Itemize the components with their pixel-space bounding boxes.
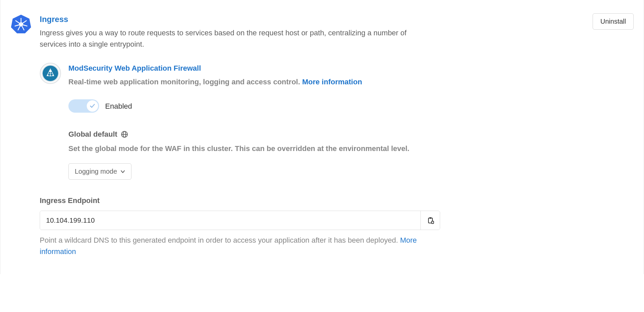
global-default-description: Set the global mode for the WAF in this … (68, 143, 585, 154)
ingress-endpoint-help-text: Point a wildcard DNS to this generated e… (40, 236, 400, 244)
ingress-endpoint-label: Ingress Endpoint (40, 195, 585, 206)
toggle-knob (87, 100, 98, 112)
ingress-panel: Ingress Ingress gives you a way to route… (0, 0, 644, 274)
modsecurity-section: ModSecurity Web Application Firewall Rea… (40, 63, 585, 180)
svg-point-10 (49, 70, 52, 72)
modsecurity-title-link[interactable]: ModSecurity Web Application Firewall (68, 63, 201, 74)
global-default-label: Global default (68, 129, 117, 140)
ingress-endpoint-input-row (40, 211, 440, 230)
check-icon (89, 103, 96, 109)
ingress-description: Ingress gives you a way to route request… (40, 27, 417, 50)
ingress-endpoint-section: Ingress Endpoint Point a wildcard DNS to… (40, 195, 585, 257)
svg-rect-21 (431, 221, 433, 224)
modsecurity-enabled-toggle[interactable] (68, 99, 99, 113)
chevron-down-icon (120, 169, 125, 174)
kubernetes-icon (10, 13, 32, 37)
global-default-row: Global default (68, 129, 585, 140)
modsecurity-toggle-row: Enabled (68, 99, 585, 113)
waf-mode-dropdown[interactable]: Logging mode (68, 163, 131, 180)
modsecurity-icon (40, 63, 61, 84)
svg-point-14 (52, 75, 53, 76)
modsecurity-column: ModSecurity Web Application Firewall Rea… (68, 63, 585, 180)
waf-mode-selected: Logging mode (75, 168, 117, 175)
globe-icon (121, 131, 128, 138)
svg-rect-20 (429, 217, 431, 219)
ingress-endpoint-help: Point a wildcard DNS to this generated e… (40, 235, 440, 257)
copy-endpoint-button[interactable] (420, 211, 440, 230)
modsecurity-description: Real-time web application monitoring, lo… (68, 76, 585, 87)
clipboard-icon (427, 217, 434, 224)
svg-point-13 (47, 75, 48, 76)
ingress-main-column: Ingress Ingress gives you a way to route… (40, 13, 585, 257)
ingress-header-row: Ingress Ingress gives you a way to route… (10, 13, 634, 257)
modsecurity-more-info-link[interactable]: More information (302, 78, 362, 86)
svg-point-15 (50, 75, 51, 76)
uninstall-button[interactable]: Uninstall (593, 13, 634, 30)
modsecurity-toggle-label: Enabled (105, 101, 132, 112)
ingress-endpoint-input[interactable] (40, 211, 420, 230)
modsecurity-description-text: Real-time web application monitoring, lo… (68, 78, 302, 86)
ingress-title-link[interactable]: Ingress (40, 13, 68, 25)
